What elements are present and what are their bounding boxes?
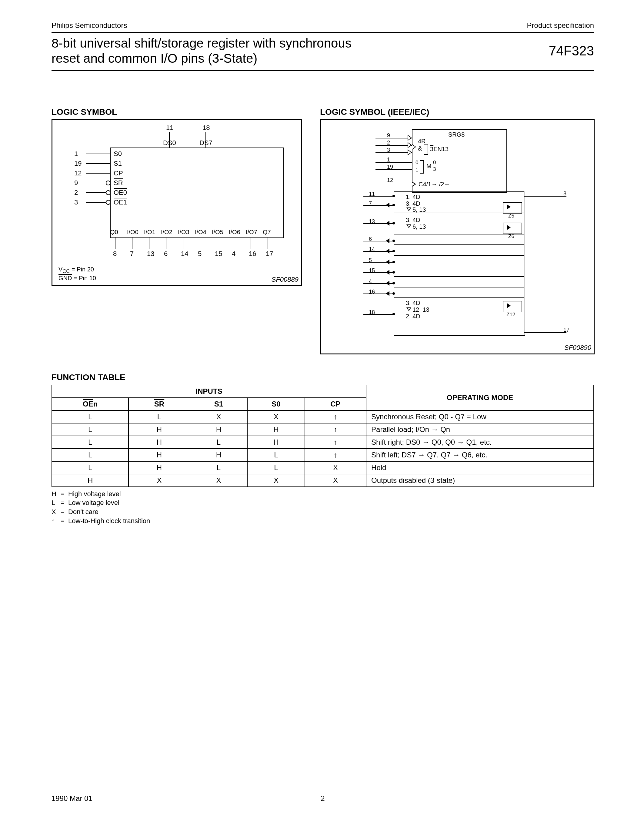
m-label: M xyxy=(427,162,431,170)
footer-date: 1990 Mar 01 xyxy=(52,794,92,803)
ieee-cell-5-13: 5, 13 xyxy=(412,206,426,213)
legend-item-X: X= Don't care xyxy=(52,507,594,516)
company-name: Philips Semiconductors xyxy=(52,21,127,30)
bottom-pin-13: 13 xyxy=(147,250,154,258)
title-line-2: reset and common I/O pins (3-State) xyxy=(52,51,351,66)
legend-item-↑: ↑= Low-to-High clock transition xyxy=(52,516,594,526)
col-OEn: OEn xyxy=(52,398,129,410)
ieee-cell-6-13: 6, 13 xyxy=(412,223,426,230)
ieee-right-pin-8: 8 xyxy=(564,191,567,197)
col-CP: CP xyxy=(305,398,366,410)
mode-cell: Shift right; DS0 → Q0, Q0 → Q1, etc. xyxy=(366,436,594,449)
mode-header: OPERATING MODE xyxy=(366,385,594,410)
left-pin-num-OE0: 2 xyxy=(74,189,78,196)
en-label: 3EN13 xyxy=(430,146,449,153)
left-pin-num-SR: 9 xyxy=(74,179,78,187)
mode-cell: Outputs disabled (3-state) xyxy=(366,474,594,487)
left-pin-label-OE1: OE1 xyxy=(114,198,127,206)
logic-symbol-diagram: 11 18 DS0 DS7 1S019S112CP9SR2OE03OE1 Q08… xyxy=(52,119,302,286)
function-table-section: FUNCTION TABLE INPUTS OPERATING MODE OEn… xyxy=(52,373,594,526)
doc-type: Product specification xyxy=(527,21,594,30)
table-row: HXXXXOutputs disabled (3-state) xyxy=(52,474,594,487)
ieee-right-pin-17: 17 xyxy=(564,327,570,333)
function-table-heading: FUNCTION TABLE xyxy=(52,373,594,382)
ieee-cell-12-13: 12, 13 xyxy=(412,306,430,313)
legend: H= High voltage levelL= Low voltage leve… xyxy=(52,489,594,526)
bottom-pin-16: 16 xyxy=(249,250,256,258)
ieee-diagram: SRG8 92311912 4R & 3EN13 0 1 M 0 3 C4/1→… xyxy=(320,119,595,354)
legend-item-H: H= High voltage level xyxy=(52,489,594,499)
m1: 1 xyxy=(415,167,418,173)
bottom-pin-4: 4 xyxy=(232,250,235,258)
legend-item-L: L= Low voltage level xyxy=(52,498,594,507)
ieee-symbol-section: LOGIC SYMBOL (IEEE/IEC) SRG8 92311912 4R… xyxy=(320,107,595,354)
mode-cell: Hold xyxy=(366,462,594,474)
ieee-cell-3-4d-b: 3, 4D xyxy=(406,217,420,224)
z6-label: Z6 xyxy=(508,233,514,240)
pin-ds0-num: 11 xyxy=(166,124,173,132)
col-S0: S0 xyxy=(247,398,305,410)
ieee-heading: LOGIC SYMBOL (IEEE/IEC) xyxy=(320,107,595,117)
left-pin-label-CP: CP xyxy=(114,169,123,177)
left-pin-num-OE1: 3 xyxy=(74,198,78,206)
table-row: LLXX↑Synchronous Reset; Q0 - Q7 = Low xyxy=(52,410,594,423)
figure-ref-2: SF00890 xyxy=(564,344,591,352)
power-note: VCC = Pin 20 GND = Pin 10 xyxy=(58,265,96,282)
table-row: LHHH↑Parallel load; I/On → Qn xyxy=(52,423,594,436)
bottom-pin-15: 15 xyxy=(215,250,222,258)
page-footer: 1990 Mar 01 2 xyxy=(52,794,594,803)
pin-ds7-num: 18 xyxy=(203,124,210,132)
left-pin-num-S0: 1 xyxy=(74,150,78,158)
function-table: INPUTS OPERATING MODE OEnSRS1S0CP LLXX↑S… xyxy=(52,385,594,487)
footer-page: 2 xyxy=(320,794,325,803)
bottom-label-I/O6: I/O6 xyxy=(229,229,240,236)
ieee-cell-1-4d: 1, 4D xyxy=(406,193,420,201)
left-pin-num-S1: 19 xyxy=(74,160,82,167)
srg-label: SRG8 xyxy=(448,131,465,138)
table-row: LHHL↑Shift left; DS7 → Q7, Q7 → Q6, etc. xyxy=(52,449,594,462)
left-pin-label-S0: S0 xyxy=(114,150,122,158)
m0: 0 xyxy=(415,160,418,166)
bottom-label-I/O5: I/O5 xyxy=(212,229,223,236)
col-S1: S1 xyxy=(190,398,248,410)
bottom-label-I/O0: I/O0 xyxy=(127,229,138,236)
page-title: 8-bit universal shift/storage register w… xyxy=(52,36,351,66)
bottom-pin-8: 8 xyxy=(113,250,117,258)
title-line-1: 8-bit universal shift/storage register w… xyxy=(52,36,351,51)
table-row: LHLH↑Shift right; DS0 → Q0, Q0 → Q1, etc… xyxy=(52,436,594,449)
logic-symbol-section: LOGIC SYMBOL 11 18 DS0 DS7 1S019S112CP9S… xyxy=(52,107,302,354)
bottom-label-Q7: Q7 xyxy=(263,229,271,236)
bottom-label-I/O2: I/O2 xyxy=(161,229,172,236)
left-pin-num-CP: 12 xyxy=(74,169,82,177)
bottom-label-I/O4: I/O4 xyxy=(195,229,206,236)
z12-label: Z12 xyxy=(506,312,515,318)
left-pin-label-OE0: OE0 xyxy=(114,189,127,196)
mode-cell: Synchronous Reset; Q0 - Q7 = Low xyxy=(366,410,594,423)
bottom-label-I/O3: I/O3 xyxy=(178,229,189,236)
ieee-cell-2-4d: 2, 4D xyxy=(406,313,420,320)
left-pin-label-S1: S1 xyxy=(114,160,122,167)
mfrac-bot: 3 xyxy=(433,166,436,172)
col-SR: SR xyxy=(129,398,190,410)
left-pin-label-SR: SR xyxy=(114,179,123,187)
bottom-label-Q0: Q0 xyxy=(110,229,118,236)
inputs-header: INPUTS xyxy=(52,385,366,398)
bottom-pin-14: 14 xyxy=(181,250,188,258)
mode-cell: Parallel load; I/On → Qn xyxy=(366,423,594,436)
mode-cell: Shift left; DS7 → Q7, Q7 → Q6, etc. xyxy=(366,449,594,462)
part-number: 74F323 xyxy=(549,43,594,58)
bottom-pin-7: 7 xyxy=(130,250,134,258)
clk-label: C4/1→ /2← xyxy=(419,181,450,188)
bottom-pin-6: 6 xyxy=(164,250,167,258)
logic-symbol-heading: LOGIC SYMBOL xyxy=(52,107,302,117)
pin-ds7-label: DS7 xyxy=(200,139,213,147)
amp-label: & xyxy=(418,145,422,152)
z5-label: Z5 xyxy=(508,213,514,219)
pin-ds0-label: DS0 xyxy=(163,139,176,147)
bottom-pin-17: 17 xyxy=(266,250,273,258)
ieee-cell-3-4d-c: 3, 4D xyxy=(406,299,420,307)
bottom-pin-5: 5 xyxy=(198,250,201,258)
table-row: LHLLXHold xyxy=(52,462,594,474)
figure-ref-1: SF00889 xyxy=(272,276,298,283)
mfrac-top: 0 xyxy=(433,160,436,166)
